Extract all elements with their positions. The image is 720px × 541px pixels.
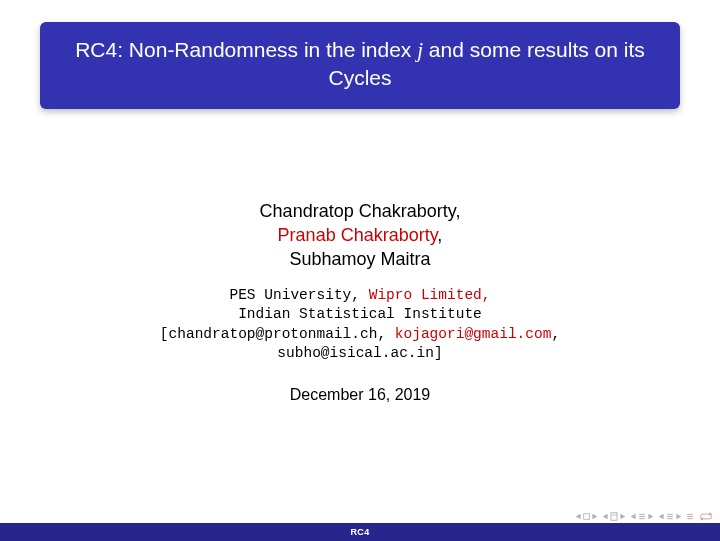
square-icon [583,513,590,520]
title-block: RC4: Non-Randomness in the index j and s… [40,22,680,109]
svg-marker-12 [659,514,664,520]
footer-short-title: RC4 [351,527,370,537]
beamer-nav-icons [575,512,714,521]
date-text: December 16, 2019 [0,386,720,404]
svg-marker-3 [603,514,608,520]
affil-1a: PES University, [229,287,368,303]
nav-loop[interactable] [698,512,714,521]
svg-marker-16 [676,514,681,520]
lines-icon [638,513,646,520]
author-2: Pranab Chakraborty, [0,223,720,247]
author-2-name: Pranab Chakraborty [278,225,438,245]
nav-first-group[interactable] [575,513,598,520]
svg-marker-6 [620,514,625,520]
triangle-left-icon [658,513,665,520]
author-1: Chandratop Chakraborty, [0,199,720,223]
footer-bar: RC4 [0,523,720,541]
author-2-suffix: , [437,225,442,245]
triangle-right-icon [675,513,682,520]
svg-rect-1 [584,514,590,520]
lines-accent-icon [686,513,694,520]
affil-line-3: [chandratop@protonmail.ch, kojagori@gmai… [0,325,720,345]
doc-icon [610,512,618,521]
svg-marker-2 [592,514,597,520]
affil-3c: , [551,326,560,342]
title-text-prefix: RC4: Non-Randomness in the index [75,38,417,61]
triangle-right-icon [647,513,654,520]
affiliation-block: PES University, Wipro Limited, Indian St… [0,286,720,364]
triangle-left-icon [630,513,637,520]
author-list: Chandratop Chakraborty, Pranab Chakrabor… [0,199,720,272]
loop-icon [698,512,714,521]
svg-marker-7 [631,514,636,520]
svg-marker-11 [648,514,653,520]
affil-1b: Wipro Limited, [369,287,491,303]
svg-rect-4 [611,513,617,521]
nav-mode[interactable] [686,513,694,520]
affil-3b: kojagori@gmail.com [395,326,552,342]
affil-line-1: PES University, Wipro Limited, [0,286,720,306]
lines-icon [666,513,674,520]
author-3: Subhamoy Maitra [0,247,720,271]
nav-prev-group[interactable] [602,512,626,521]
affil-line-2: Indian Statistical Institute [0,305,720,325]
affil-line-4: subho@isical.ac.in] [0,344,720,364]
triangle-right-icon [591,513,598,520]
triangle-left-icon [575,513,582,520]
triangle-left-icon [602,513,609,520]
content-area: Chandratop Chakraborty, Pranab Chakrabor… [0,199,720,404]
triangle-right-icon [619,513,626,520]
svg-marker-0 [576,514,581,520]
nav-section-prev[interactable] [630,513,654,520]
affil-3a: [chandratop@protonmail.ch, [160,326,395,342]
nav-section-next[interactable] [658,513,682,520]
